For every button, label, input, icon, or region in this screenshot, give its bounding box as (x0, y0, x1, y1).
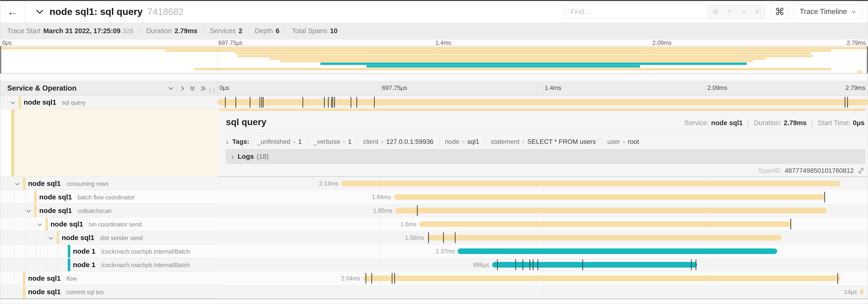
log-tick-mark (582, 260, 583, 270)
operation-name: consuming rows (66, 180, 108, 187)
minimap-span-bar (165, 49, 831, 52)
span-bar[interactable] (395, 208, 827, 213)
operation-name: /cockroach.roachpb.Internal/Batch (101, 248, 190, 255)
span-tree-item[interactable]: node sql1consuming rows (0, 177, 217, 190)
panel-resize-handle[interactable] (210, 88, 214, 94)
operation-name: colbatchscan (78, 208, 112, 214)
keyboard-shortcuts-button[interactable]: ⌘ (770, 4, 789, 19)
span-color-accent (34, 204, 37, 217)
tag-key: client (363, 138, 378, 145)
expand-all-icon[interactable] (199, 85, 207, 92)
indent-guide (14, 244, 14, 258)
page-title: node sql1: sql query (50, 6, 143, 17)
tree-chevron-down-icon[interactable] (26, 208, 31, 214)
span-color-accent (68, 259, 70, 271)
span-bar-cell[interactable]: 14μs (217, 285, 868, 299)
indent-guide (25, 217, 25, 231)
span-bar[interactable] (394, 194, 825, 200)
trace-title-chevron-down-icon[interactable] (35, 7, 44, 16)
span-color-accent (45, 218, 48, 231)
trace-id: 7418682 (147, 6, 184, 17)
span-bar-cell[interactable]: 1.6ms (217, 217, 868, 231)
minimap-axis: 0μs697.75μs1.4ms2.09ms2.79ms (0, 39, 868, 46)
find-prev-icon[interactable] (726, 8, 733, 15)
tree-chevron-down-icon[interactable] (14, 181, 20, 187)
span-bar[interactable] (458, 248, 777, 254)
span-tree-item[interactable]: node 1/cockroach.roachpb.Internal/Batch (0, 244, 217, 258)
tree-chevron-down-icon[interactable] (48, 235, 54, 241)
span-color-accent (68, 245, 70, 258)
tag-value: root (628, 138, 639, 145)
span-bar-cell[interactable]: 1.37ms (217, 244, 868, 258)
span-duration-label: 1.37ms (436, 244, 455, 258)
span-tree-item[interactable]: node 1/cockroach.roachpb.Internal/Batch (0, 258, 217, 272)
tags-accordion[interactable]: › Tags: _unfinished=1_verbose=1client=12… (226, 137, 865, 147)
span-id-row: SpanID: 4877749850101760812 (758, 166, 865, 175)
find-input[interactable] (565, 5, 708, 19)
indent-guide (25, 244, 25, 258)
operation-name: /cockroach.roachpb.Internal/Batch (101, 262, 190, 268)
span-bar-cell[interactable]: 886μs (217, 258, 868, 272)
span-bar-cell[interactable]: 1.56ms (217, 231, 868, 244)
match-highlight-icon[interactable] (712, 8, 719, 15)
span-bar[interactable] (341, 181, 840, 186)
meta-label: Trace Start (7, 27, 40, 35)
span-bar[interactable] (427, 235, 782, 240)
span-bar[interactable] (860, 289, 864, 295)
find-clear-icon[interactable] (754, 8, 761, 15)
caret-right-icon: › (231, 153, 234, 160)
log-tick-mark (328, 97, 329, 108)
log-tick-mark (263, 97, 264, 108)
span-bar-cell[interactable]: 1.85ms (217, 204, 868, 217)
top-bar: ← node sql1: sql query 7418682 ⌘ Trace T… (0, 1, 868, 23)
span-bar-cell[interactable]: 2.04ms (217, 272, 868, 285)
tag-pill: user=root (601, 138, 645, 145)
span-tree-item[interactable]: node sql1dist sender send (0, 231, 217, 244)
span-tree-item[interactable]: node sql1sql query (0, 96, 217, 109)
log-tick-mark (250, 97, 250, 108)
collapse-one-icon[interactable] (167, 85, 175, 92)
span-bar-cell[interactable] (217, 96, 868, 109)
link-icon[interactable] (858, 167, 865, 174)
service-name: node sql1colbatchscan (39, 204, 112, 217)
minimap-span-bar (280, 60, 753, 62)
span-tree-item[interactable]: node sql1batch flow coordinator (0, 190, 217, 204)
span-tree-item[interactable]: node sql1commit sql txn (0, 285, 217, 299)
span-bar-cell[interactable]: 2.14ms (217, 177, 868, 190)
span-bar[interactable] (363, 275, 840, 281)
indent-guide (59, 244, 59, 258)
indent-guide (36, 258, 36, 271)
find-next-icon[interactable] (740, 8, 747, 15)
trace-view-selector[interactable]: Trace Timeline (794, 4, 863, 19)
timeline-tick-label: 2.79ms (845, 84, 865, 92)
span-row: node sql1consuming rows2.14ms (0, 177, 868, 190)
span-tree-item[interactable]: node sql1txn coordinator send (0, 217, 217, 231)
minimap-tick-label: 0μs (2, 39, 12, 46)
span-tree-item[interactable]: node sql1colbatchscan (0, 204, 217, 217)
service-name: node sql1consuming rows (28, 177, 108, 191)
trace-minimap[interactable] (0, 46, 868, 74)
span-bar[interactable] (217, 99, 868, 105)
tree-chevron-down-icon[interactable] (37, 222, 42, 228)
span-bar-cell[interactable]: 1.84ms (217, 190, 868, 204)
expand-one-icon[interactable] (179, 85, 186, 92)
operation-name: batch flow coordinator (78, 194, 135, 201)
service-name: node sql1flow (28, 272, 77, 285)
span-bar[interactable] (419, 221, 792, 227)
duration-label: Duration: (754, 119, 781, 127)
back-arrow-icon: ← (7, 5, 18, 18)
log-tick-mark (371, 273, 372, 284)
trace-view-label: Trace Timeline (800, 7, 847, 16)
service-name: node 1/cockroach.roachpb.Internal/Batch (73, 244, 190, 258)
logs-accordion[interactable]: › Logs (18) (226, 149, 865, 164)
span-row: node sql1flow2.04ms (0, 272, 868, 285)
indent-guide (59, 258, 59, 271)
span-color-accent (19, 96, 21, 108)
tree-chevron-down-icon[interactable] (10, 100, 16, 105)
span-tree-item[interactable]: node sql1flow (0, 272, 217, 285)
span-color-accent (23, 177, 26, 190)
back-button[interactable]: ← (0, 1, 25, 23)
collapse-all-icon[interactable] (188, 85, 196, 92)
minimap-scrubber-handle[interactable] (867, 46, 868, 73)
minimap-scrubber-handle[interactable] (0, 46, 1, 73)
